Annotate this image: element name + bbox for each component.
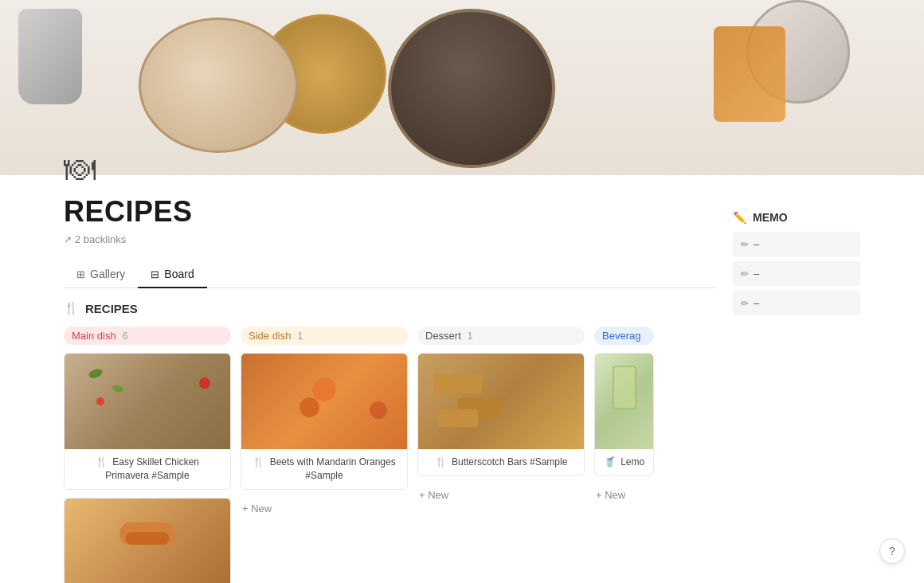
main-container: RECIPES ↗ 2 backlinks ⊞ Gallery ⊟ Board … [0, 195, 924, 583]
card-butterscotch[interactable]: 🍴 Butterscotch Bars #Sample [417, 353, 585, 476]
help-button[interactable]: ? [879, 538, 905, 564]
help-label: ? [889, 545, 895, 558]
memo-pencil-2: ✏ [741, 268, 749, 280]
memo-item-2[interactable]: ✏ – [733, 261, 860, 286]
card-beets[interactable]: 🍴 Beets with Mandarin Oranges #Sample [241, 353, 408, 490]
column-header-side-dish: Side dish 1 [241, 327, 408, 345]
tab-gallery[interactable]: ⊞ Gallery [64, 261, 138, 288]
main-dish-count: 6 [123, 331, 128, 342]
memo-item-1[interactable]: ✏ – [733, 232, 860, 256]
backlinks-icon: ↗ [64, 234, 72, 245]
butterscotch-image [418, 354, 584, 449]
berry-bowl-decoration [388, 9, 555, 168]
recipe-icon-3: 🍴 [253, 456, 264, 468]
tab-gallery-label: Gallery [90, 268, 125, 280]
add-new-side-dish[interactable]: + New [241, 498, 408, 519]
board-header: 🍴 RECIPES [64, 301, 717, 315]
board-header-icon: 🍴 [64, 301, 79, 315]
card-chicken[interactable]: 🍴 Easy Skillet Chicken Primavera #Sample [64, 353, 231, 490]
column-header-main-dish: Main dish 6 [64, 327, 231, 345]
board-header-label: RECIPES [85, 302, 138, 315]
memo-text-3: – [754, 297, 759, 309]
column-dessert: Dessert 1 🍴 Butterscotch Bars #Sample [417, 327, 585, 583]
food-scene [0, 0, 924, 175]
side-dish-label: Side dish [249, 330, 291, 342]
memo-edit-icon: ✏️ [733, 211, 746, 224]
memo-pencil-1: ✏ [741, 239, 749, 250]
backlinks[interactable]: ↗ 2 backlinks [64, 233, 717, 245]
add-new-beverage[interactable]: + New [594, 484, 654, 506]
column-main-dish: Main dish 6 🍴 Easy Skillet Chicken Prima… [64, 327, 231, 583]
left-content: RECIPES ↗ 2 backlinks ⊞ Gallery ⊟ Board … [64, 195, 717, 583]
chicken-card-body: 🍴 Easy Skillet Chicken Primavera #Sample [65, 449, 230, 489]
page-title: RECIPES [64, 195, 717, 229]
grain-bowl-decoration [139, 18, 298, 153]
beets-image [241, 354, 407, 449]
header-banner [0, 0, 924, 175]
butterscotch-card-name: 🍴 Butterscotch Bars #Sample [426, 456, 576, 469]
column-header-dessert: Dessert 1 [417, 327, 585, 345]
board-icon: ⊟ [151, 268, 159, 280]
board-columns: Main dish 6 🍴 Easy Skillet Chicken Prima… [64, 327, 717, 583]
column-header-beverage: Beverag [594, 327, 654, 345]
hotdog-image [65, 499, 230, 583]
memo-item-3[interactable]: ✏ – [733, 291, 860, 315]
memo-text-1: – [754, 238, 759, 250]
card-lemon[interactable]: 🥤 Lemo [594, 353, 654, 476]
page-icon: 🍽 [64, 151, 96, 186]
dessert-label: Dessert [425, 330, 461, 342]
honey-jar-decoration [714, 26, 785, 122]
pitcher-decoration [18, 9, 82, 104]
tabs: ⊞ Gallery ⊟ Board [64, 261, 717, 288]
beets-card-body: 🍴 Beets with Mandarin Oranges #Sample [241, 449, 407, 489]
tab-board[interactable]: ⊟ Board [138, 261, 206, 288]
lemon-card-name: 🥤 Lemo [603, 456, 645, 469]
recipe-icon: 🍴 [96, 456, 108, 468]
add-new-dessert-label: + New [419, 489, 448, 501]
memo-text-2: – [754, 268, 759, 280]
memo-pencil-3: ✏ [741, 298, 749, 309]
memo-header-label: MEMO [753, 211, 788, 224]
recipe-icon-5: 🥤 [604, 456, 616, 468]
main-dish-label: Main dish [72, 330, 116, 342]
backlinks-label: 2 backlinks [75, 233, 126, 245]
right-panel: ✏️ MEMO ✏ – ✏ – ✏ – [733, 195, 860, 583]
gallery-icon: ⊞ [76, 268, 85, 280]
column-beverage: Beverag 🥤 Lemo + New [594, 327, 654, 583]
column-side-dish: Side dish 1 🍴 Beets with Mandarin Orange… [241, 327, 408, 583]
recipe-icon-4: 🍴 [435, 456, 447, 468]
lemon-image [595, 354, 653, 449]
page-icon-area: 🍽 [0, 151, 924, 187]
side-dish-count: 1 [297, 331, 303, 342]
memo-header: ✏️ MEMO [733, 211, 860, 224]
chicken-image [65, 354, 230, 449]
add-new-dessert[interactable]: + New [417, 484, 585, 506]
chicken-card-name: 🍴 Easy Skillet Chicken Primavera #Sample [72, 456, 222, 483]
add-new-beverage-label: + New [596, 489, 625, 501]
add-new-side-dish-label: + New [242, 503, 272, 515]
dessert-count: 1 [468, 331, 473, 342]
beverage-label: Beverag [602, 330, 640, 342]
lemon-card-body: 🥤 Lemo [595, 449, 653, 475]
tab-board-label: Board [164, 268, 194, 280]
butterscotch-card-body: 🍴 Butterscotch Bars #Sample [418, 449, 584, 475]
beets-card-name: 🍴 Beets with Mandarin Oranges #Sample [249, 456, 399, 483]
card-hotdog[interactable]: 🍴 Hotdog [64, 498, 231, 583]
